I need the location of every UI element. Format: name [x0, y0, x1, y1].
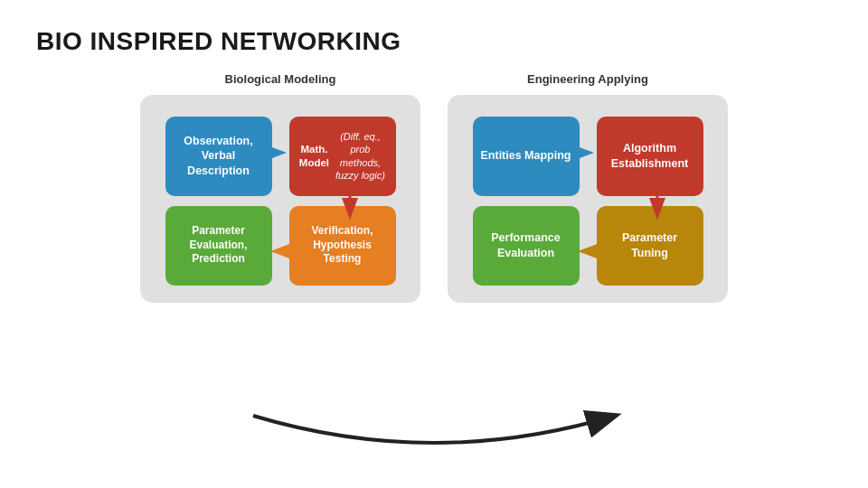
- block-algorithm: Algorithm Establishment: [597, 117, 703, 196]
- engineering-section: Engineering Applying Entities Mapping Al…: [448, 72, 728, 303]
- engineering-label: Engineering Applying: [527, 72, 648, 86]
- biological-diagram: Observation, Verbal Description Math. Mo…: [140, 95, 420, 303]
- engineering-diagram: Entities Mapping Algorithm Establishment…: [448, 95, 728, 303]
- block-performance: Performance Evaluation: [473, 206, 580, 286]
- block-verification: Verification, Hypothesis Testing: [289, 206, 396, 286]
- block-parameter-eval: Parameter Evaluation, Prediction: [165, 206, 272, 286]
- biological-label: Biological Modeling: [225, 72, 336, 86]
- diagrams-container: Biological Modeling Observation, Verbal …: [36, 72, 832, 303]
- slide: BIO INSPIRED NETWORKING Biological Model…: [0, 0, 868, 488]
- page-title: BIO INSPIRED NETWORKING: [36, 27, 832, 56]
- block-observation: Observation, Verbal Description: [165, 117, 272, 196]
- math-label-line2: (Diff. eq., probmethods, fuzzy logic): [332, 130, 388, 182]
- block-math-model: Math. Model (Diff. eq., probmethods, fuz…: [289, 117, 396, 196]
- curve-arrow: [226, 407, 642, 461]
- curve-arrow-container: [226, 407, 642, 461]
- math-label-line1: Math. Model: [297, 143, 333, 170]
- block-param-tuning: Parameter Tuning: [597, 206, 703, 286]
- biological-section: Biological Modeling Observation, Verbal …: [140, 72, 420, 303]
- block-entities: Entities Mapping: [473, 117, 580, 196]
